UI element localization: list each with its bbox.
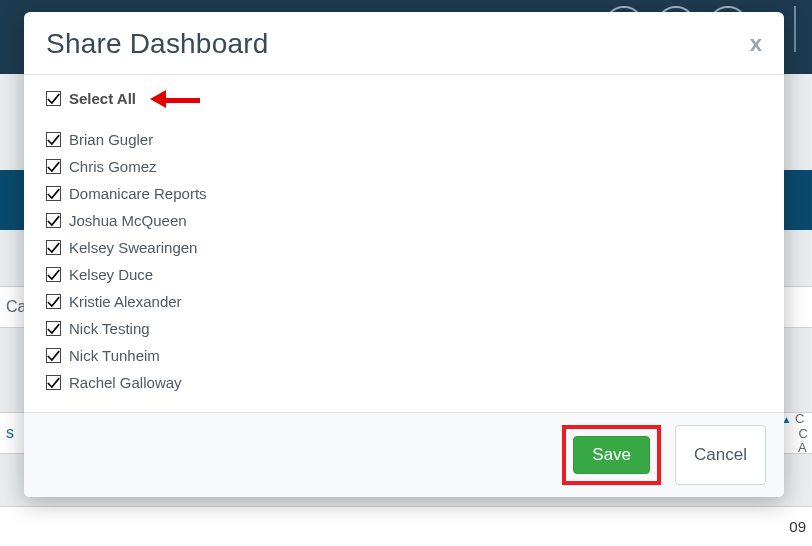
user-checkbox[interactable] [46,240,61,255]
user-checkbox[interactable] [46,213,61,228]
check-icon [47,323,60,335]
modal-body: Select All Brian GuglerChris GomezDomani… [24,75,784,402]
select-all-label: Select All [69,90,136,107]
modal-footer: Save Cancel [24,412,784,497]
user-row: Domanicare Reports [46,180,762,207]
annotation-arrow-icon [150,91,200,107]
user-row: Kristie Alexander [46,288,762,315]
bg-row2-text: s [6,424,14,442]
user-checkbox[interactable] [46,321,61,336]
user-label: Domanicare Reports [69,185,207,202]
check-icon [47,161,60,173]
user-checkbox[interactable] [46,132,61,147]
user-checkbox[interactable] [46,159,61,174]
user-label: Joshua McQueen [69,212,187,229]
user-label: Kelsey Swearingen [69,239,197,256]
user-label: Chris Gomez [69,158,157,175]
user-checkbox[interactable] [46,294,61,309]
user-row: Nick Tunheim [46,342,762,369]
user-list: Brian GuglerChris GomezDomanicare Report… [46,126,762,396]
user-row: Chris Gomez [46,153,762,180]
user-row: Rachel Galloway [46,369,762,396]
check-icon [47,188,60,200]
user-row: Nick Testing [46,315,762,342]
user-label: Nick Testing [69,320,150,337]
check-icon [47,242,60,254]
user-row: Kelsey Duce [46,261,762,288]
modal-header: Share Dashboard x [24,12,784,75]
user-checkbox[interactable] [46,375,61,390]
user-label: Rachel Galloway [69,374,182,391]
user-checkbox[interactable] [46,186,61,201]
check-icon [47,269,60,281]
check-icon [47,377,60,389]
modal-title: Share Dashboard [46,28,268,60]
user-label: Brian Gugler [69,131,153,148]
cancel-button[interactable]: Cancel [675,425,766,485]
user-label: Kelsey Duce [69,266,153,283]
check-icon [47,93,60,105]
user-checkbox[interactable] [46,348,61,363]
check-icon [47,134,60,146]
user-row: Joshua McQueen [46,207,762,234]
bg-row3-right: 09 [789,518,806,535]
save-button[interactable]: Save [573,436,650,474]
select-all-row: Select All [46,85,762,112]
check-icon [47,350,60,362]
background-row-3 [0,506,812,546]
check-icon [47,296,60,308]
topbar-divider [794,6,796,52]
annotation-highlight-box: Save [562,425,661,485]
user-checkbox[interactable] [46,267,61,282]
user-row: Kelsey Swearingen [46,234,762,261]
share-dashboard-modal: Share Dashboard x Select All Brian Gugle… [24,12,784,497]
select-all-checkbox[interactable] [46,91,61,106]
close-icon[interactable]: x [750,33,762,55]
check-icon [47,215,60,227]
user-label: Nick Tunheim [69,347,160,364]
bg-col-header: ▲ C C A [791,412,808,455]
user-row: Brian Gugler [46,126,762,153]
user-label: Kristie Alexander [69,293,182,310]
